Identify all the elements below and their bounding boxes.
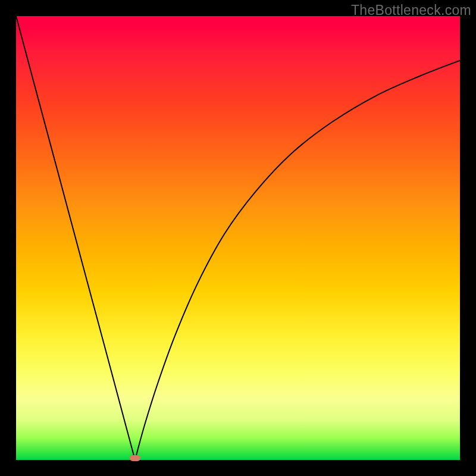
dip-marker <box>130 455 140 461</box>
chart-frame: TheBottleneck.com <box>0 0 476 476</box>
watermark-text: TheBottleneck.com <box>351 2 471 18</box>
bottleneck-curve <box>16 16 460 460</box>
plot-area <box>16 16 460 460</box>
